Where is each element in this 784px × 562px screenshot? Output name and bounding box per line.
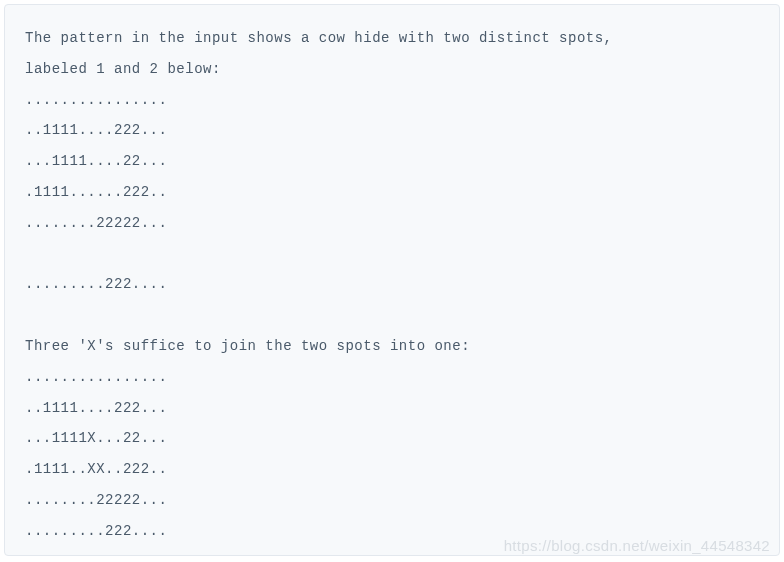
code-block: The pattern in the input shows a cow hid… [4, 4, 780, 556]
intro-text: The pattern in the input shows a cow hid… [25, 30, 613, 77]
grid-2: ................ ..1111....222... ...111… [25, 369, 167, 539]
mid-text: Three 'X's suffice to join the two spots… [25, 338, 470, 354]
grid-1: ................ ..1111....222... ...111… [25, 92, 167, 293]
